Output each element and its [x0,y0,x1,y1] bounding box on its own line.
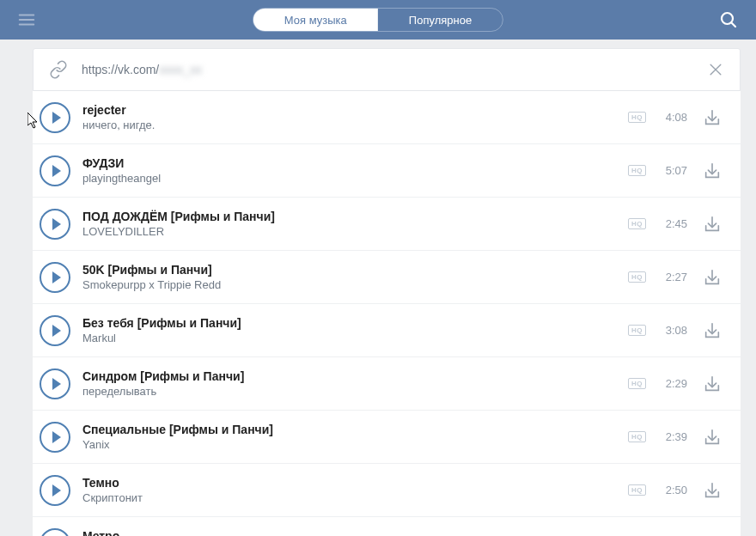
app-header: Моя музыка Популярное [0,0,756,40]
play-icon [52,378,61,390]
play-button[interactable] [40,262,70,293]
track-duration: 5:07 [658,164,687,177]
download-button[interactable] [699,478,725,503]
close-icon[interactable] [707,61,724,78]
download-button[interactable] [699,318,725,344]
track-duration: 2:29 [658,377,687,390]
download-button[interactable] [699,531,725,537]
download-button[interactable] [699,265,725,290]
track-row: ФУДЗИ playingtheangel HQ 5:07 [33,144,741,198]
play-button[interactable] [40,209,70,240]
track-artist: ничего, нигде. [82,119,616,131]
play-button[interactable] [40,368,70,399]
hq-badge: HQ [628,378,646,389]
hq-badge: HQ [628,325,646,336]
track-title: Синдром [Рифмы и Панчи] [82,369,616,383]
play-button[interactable] [40,422,70,453]
hq-badge: HQ [628,431,646,442]
download-button[interactable] [699,211,725,237]
track-row: Специальные [Рифмы и Панчи] Yanix HQ 2:3… [33,411,741,464]
track-row: Метро Слава Басюл HQ 3:33 [33,517,741,536]
tab-popular[interactable]: Популярное [378,9,503,31]
track-title: Специальные [Рифмы и Панчи] [82,423,616,436]
track-title: ФУДЗИ [82,156,616,170]
url-input[interactable]: https://vk.com/xxxx_xx [82,63,693,76]
track-row: Без тебя [Рифмы и Панчи] Markul HQ 3:08 [33,304,741,357]
play-button[interactable] [40,528,70,537]
play-icon [52,484,61,496]
track-duration: 2:50 [658,484,687,496]
track-duration: 2:39 [658,430,687,443]
hq-badge: HQ [628,165,646,176]
download-button[interactable] [699,371,725,397]
track-list: rejecter ничего, нигде. HQ 4:08 ФУДЗИ pl… [33,91,741,536]
menu-icon[interactable] [17,10,36,29]
download-button[interactable] [699,105,725,131]
track-artist: LOVELYDILLER [82,225,616,238]
play-icon [52,165,61,177]
track-row: Синдром [Рифмы и Панчи] переделывать HQ … [33,357,741,411]
track-title: Без тебя [Рифмы и Панчи] [82,316,616,330]
play-icon [52,218,61,230]
track-row: rejecter ничего, нигде. HQ 4:08 [33,91,741,144]
play-icon [52,271,61,283]
track-title: rejecter [82,103,616,117]
track-title: ПОД ДОЖДЁМ [Рифмы и Панчи] [82,210,616,223]
track-info: Специальные [Рифмы и Панчи] Yanix [82,423,616,451]
track-info: ПОД ДОЖДЁМ [Рифмы и Панчи] LOVELYDILLER [82,210,616,238]
track-duration: 4:08 [658,111,687,124]
track-artist: Yanix [82,438,616,451]
url-bar: https://vk.com/xxxx_xx [33,48,741,91]
hq-badge: HQ [628,484,646,496]
tab-my-music[interactable]: Моя музыка [253,9,378,31]
track-info: ФУДЗИ playingtheangel [82,156,616,185]
download-button[interactable] [699,424,725,450]
play-icon [52,112,61,124]
link-icon [49,60,68,79]
track-title: Метро [82,529,616,536]
svg-line-4 [731,22,735,27]
url-obscured: xxxx_xx [159,63,202,76]
play-icon [52,431,61,443]
content-area: https://vk.com/xxxx_xx rejecter ничего, … [0,40,756,536]
tab-bar: Моя музыка Популярное [253,8,503,32]
track-info: Без тебя [Рифмы и Панчи] Markul [82,316,616,344]
track-artist: Markul [82,332,616,344]
track-row: Темно Скриптонит HQ 2:50 [33,464,741,517]
hq-badge: HQ [628,112,646,123]
play-button[interactable] [40,315,70,346]
track-artist: переделывать [82,385,616,398]
track-info: Темно Скриптонит [82,476,616,504]
track-row: 50K [Рифмы и Панчи] Smokepurpp x Trippie… [33,251,741,304]
track-duration: 3:08 [658,324,687,337]
hq-badge: HQ [628,271,646,283]
track-info: Метро Слава Басюл [82,529,616,536]
track-title: Темно [82,476,616,490]
url-prefix: https://vk.com/ [82,63,159,76]
track-info: 50K [Рифмы и Панчи] Smokepurpp x Trippie… [82,263,616,291]
search-icon[interactable] [718,9,739,30]
track-title: 50K [Рифмы и Панчи] [82,263,616,277]
play-button[interactable] [40,475,70,506]
track-artist: playingtheangel [82,172,616,185]
track-info: rejecter ничего, нигде. [82,103,616,131]
download-button[interactable] [699,158,725,184]
play-button[interactable] [40,155,70,186]
play-icon [52,325,61,337]
track-info: Синдром [Рифмы и Панчи] переделывать [82,369,616,398]
track-duration: 2:27 [658,271,687,283]
track-artist: Smokepurpp x Trippie Redd [82,278,616,291]
track-duration: 2:45 [658,217,687,230]
hq-badge: HQ [628,218,646,229]
track-artist: Скриптонит [82,491,616,504]
track-row: ПОД ДОЖДЁМ [Рифмы и Панчи] LOVELYDILLER … [33,198,741,251]
play-button[interactable] [40,102,70,133]
